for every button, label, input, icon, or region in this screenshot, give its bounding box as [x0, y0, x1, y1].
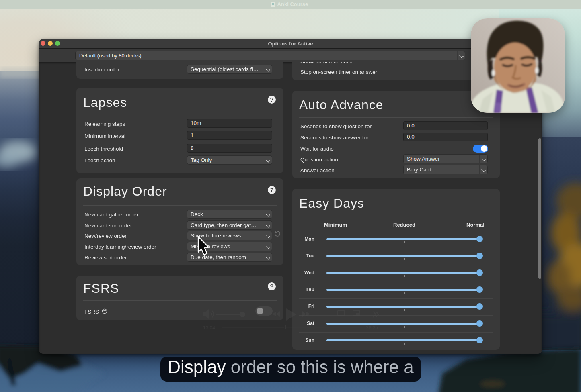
svg-text:13:04: 13:04 [203, 325, 215, 331]
svg-text:28:25: 28:25 [366, 325, 378, 331]
